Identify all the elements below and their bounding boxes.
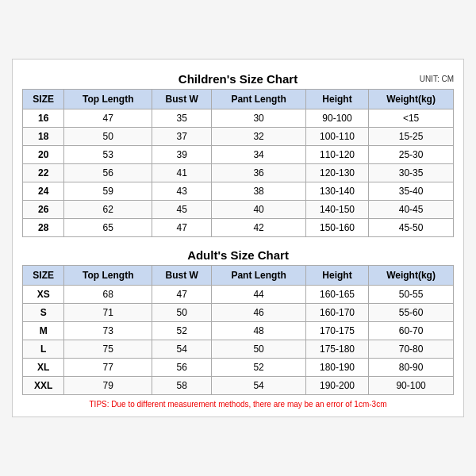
table-cell: 30-35 bbox=[369, 164, 454, 182]
table-cell: 45-50 bbox=[369, 219, 454, 237]
table-row: S715046160-17055-60 bbox=[23, 304, 454, 322]
children-title-text: Children's Size Chart bbox=[178, 72, 298, 86]
table-cell: M bbox=[23, 322, 64, 340]
table-cell: 42 bbox=[212, 219, 306, 237]
adult-header-row: SIZE Top Length Bust W Pant Length Heigh… bbox=[23, 266, 454, 286]
table-cell: 41 bbox=[152, 164, 212, 182]
table-cell: 90-100 bbox=[369, 377, 454, 395]
table-cell: 48 bbox=[212, 322, 306, 340]
table-row: L755450175-18070-80 bbox=[23, 340, 454, 359]
table-cell: 25-30 bbox=[369, 146, 454, 164]
adult-col-pant-length: Pant Length bbox=[212, 266, 306, 286]
table-cell: 52 bbox=[212, 359, 306, 377]
adult-title: Adult's Size Chart bbox=[22, 244, 454, 265]
table-row: 18503732100-11015-25 bbox=[23, 128, 454, 146]
table-cell: 34 bbox=[212, 146, 306, 164]
table-cell: 56 bbox=[152, 359, 212, 377]
table-row: 26624540140-15040-45 bbox=[23, 201, 454, 219]
table-cell: <15 bbox=[369, 109, 454, 128]
table-cell: 130-140 bbox=[305, 182, 368, 201]
table-row: XXL795854190-20090-100 bbox=[23, 377, 454, 395]
table-cell: 100-110 bbox=[305, 128, 368, 146]
table-cell: 47 bbox=[64, 109, 152, 128]
table-cell: 90-100 bbox=[305, 109, 368, 128]
table-cell: 175-180 bbox=[305, 340, 368, 359]
unit-label: UNIT: CM bbox=[420, 74, 454, 83]
table-cell: 20 bbox=[23, 146, 64, 164]
table-cell: 47 bbox=[152, 286, 212, 304]
children-header-row: SIZE Top Length Bust W Pant Length Heigh… bbox=[23, 90, 454, 109]
table-cell: 50-55 bbox=[369, 286, 454, 304]
table-cell: 38 bbox=[212, 182, 306, 201]
table-cell: 37 bbox=[152, 128, 212, 146]
table-cell: 160-165 bbox=[305, 286, 368, 304]
children-title: Children's Size Chart UNIT: CM bbox=[22, 67, 454, 89]
table-cell: 43 bbox=[152, 182, 212, 201]
table-cell: 35 bbox=[152, 109, 212, 128]
adult-title-text: Adult's Size Chart bbox=[187, 248, 289, 262]
table-row: 1647353090-100<15 bbox=[23, 109, 454, 128]
table-cell: XXL bbox=[23, 377, 64, 395]
table-cell: 30 bbox=[212, 109, 306, 128]
table-cell: 24 bbox=[23, 182, 64, 201]
table-cell: 52 bbox=[152, 322, 212, 340]
table-cell: L bbox=[23, 340, 64, 359]
table-cell: 44 bbox=[212, 286, 306, 304]
chart-container: Children's Size Chart UNIT: CM SIZE Top … bbox=[12, 59, 464, 417]
table-row: M735248170-17560-70 bbox=[23, 322, 454, 340]
table-cell: 160-170 bbox=[305, 304, 368, 322]
table-cell: 45 bbox=[152, 201, 212, 219]
table-cell: 59 bbox=[64, 182, 152, 201]
table-cell: 50 bbox=[152, 304, 212, 322]
table-cell: 79 bbox=[64, 377, 152, 395]
table-cell: 39 bbox=[152, 146, 212, 164]
table-cell: 170-175 bbox=[305, 322, 368, 340]
tips-text: TIPS: Due to different measurement metho… bbox=[22, 400, 454, 409]
table-cell: XS bbox=[23, 286, 64, 304]
table-cell: 54 bbox=[152, 340, 212, 359]
adult-col-top-length: Top Length bbox=[64, 266, 152, 286]
table-cell: 50 bbox=[64, 128, 152, 146]
table-row: XL775652180-19080-90 bbox=[23, 359, 454, 377]
children-col-top-length: Top Length bbox=[64, 90, 152, 109]
table-cell: 68 bbox=[64, 286, 152, 304]
table-cell: 73 bbox=[64, 322, 152, 340]
table-row: 24594338130-14035-40 bbox=[23, 182, 454, 201]
children-col-height: Height bbox=[305, 90, 368, 109]
table-cell: 110-120 bbox=[305, 146, 368, 164]
table-cell: 65 bbox=[64, 219, 152, 237]
table-cell: 55-60 bbox=[369, 304, 454, 322]
table-cell: S bbox=[23, 304, 64, 322]
table-cell: 56 bbox=[64, 164, 152, 182]
table-cell: 140-150 bbox=[305, 201, 368, 219]
table-cell: 32 bbox=[212, 128, 306, 146]
table-cell: 80-90 bbox=[369, 359, 454, 377]
table-cell: 46 bbox=[212, 304, 306, 322]
table-cell: 71 bbox=[64, 304, 152, 322]
table-cell: 18 bbox=[23, 128, 64, 146]
table-cell: 36 bbox=[212, 164, 306, 182]
table-cell: 75 bbox=[64, 340, 152, 359]
table-cell: 70-80 bbox=[369, 340, 454, 359]
table-row: 22564136120-13030-35 bbox=[23, 164, 454, 182]
table-cell: 54 bbox=[212, 377, 306, 395]
table-cell: 150-160 bbox=[305, 219, 368, 237]
adult-col-bust-w: Bust W bbox=[152, 266, 212, 286]
table-cell: 47 bbox=[152, 219, 212, 237]
table-row: 20533934110-12025-30 bbox=[23, 146, 454, 164]
children-col-pant-length: Pant Length bbox=[212, 90, 306, 109]
adult-col-height: Height bbox=[305, 266, 368, 286]
table-cell: 190-200 bbox=[305, 377, 368, 395]
children-table: SIZE Top Length Bust W Pant Length Heigh… bbox=[22, 89, 454, 237]
children-col-bust-w: Bust W bbox=[152, 90, 212, 109]
children-col-weight: Weight(kg) bbox=[369, 90, 454, 109]
table-cell: 58 bbox=[152, 377, 212, 395]
table-cell: XL bbox=[23, 359, 64, 377]
adult-table: SIZE Top Length Bust W Pant Length Heigh… bbox=[22, 265, 454, 395]
children-col-size: SIZE bbox=[23, 90, 64, 109]
table-row: 28654742150-16045-50 bbox=[23, 219, 454, 237]
adult-col-size: SIZE bbox=[23, 266, 64, 286]
table-cell: 26 bbox=[23, 201, 64, 219]
table-cell: 60-70 bbox=[369, 322, 454, 340]
table-row: XS684744160-16550-55 bbox=[23, 286, 454, 304]
